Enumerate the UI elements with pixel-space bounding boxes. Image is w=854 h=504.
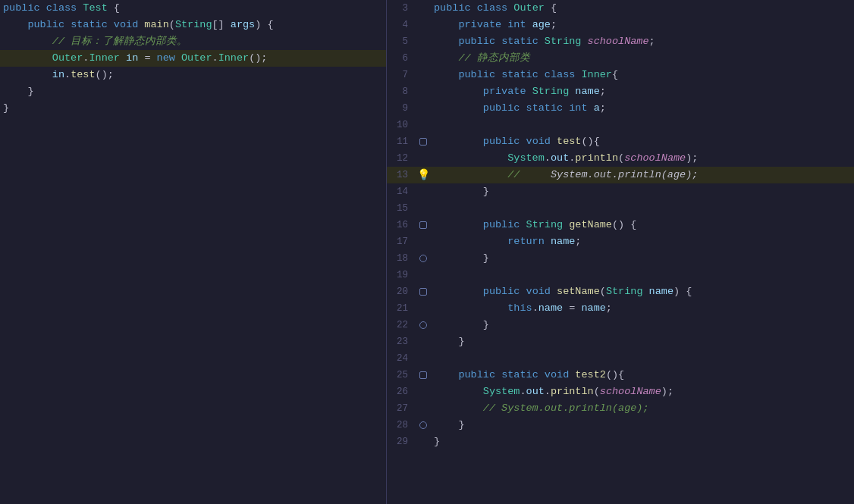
code-line-18: 18 } bbox=[387, 250, 854, 267]
code-line-22: 22 } bbox=[387, 317, 854, 333]
line-number: 17 bbox=[387, 233, 416, 250]
line-number: 20 bbox=[387, 283, 416, 300]
code-line-left-7: } bbox=[0, 100, 386, 117]
editor-pane: public class Test { public static void m… bbox=[0, 0, 854, 504]
line-number: 8 bbox=[387, 83, 416, 100]
line-number: 3 bbox=[387, 0, 416, 17]
line-number: 26 bbox=[387, 383, 416, 400]
line-number: 29 bbox=[387, 434, 416, 450]
circle-icon bbox=[419, 321, 427, 329]
code-line-23: 23 } bbox=[387, 333, 854, 350]
gutter-28 bbox=[416, 421, 431, 429]
line-number: 5 bbox=[387, 33, 416, 50]
left-pane: public class Test { public static void m… bbox=[0, 0, 387, 504]
code-line-12: 12 System.out.println(schoolName); bbox=[387, 150, 854, 167]
code-line-4: 4 private int age; bbox=[387, 17, 854, 33]
code-text: } bbox=[0, 83, 386, 100]
code-line-15: 15 bbox=[387, 200, 854, 217]
code-text: public void setName(String name) { bbox=[431, 283, 854, 300]
code-text: } bbox=[431, 317, 854, 333]
line-number: 13 bbox=[387, 167, 416, 183]
code-line-28: 28 } bbox=[387, 417, 854, 434]
code-text: } bbox=[431, 333, 854, 350]
line-number: 22 bbox=[387, 317, 416, 333]
code-text: // 目标：了解静态内部类。 bbox=[0, 33, 386, 50]
code-text: // System.out.println(age); bbox=[431, 167, 854, 183]
left-code-container: public class Test { public static void m… bbox=[0, 0, 386, 117]
line-number: 24 bbox=[387, 350, 416, 367]
code-line-10: 10 bbox=[387, 117, 854, 133]
code-line-20: 20 public void setName(String name) { bbox=[387, 283, 854, 300]
gutter-22 bbox=[416, 321, 431, 329]
code-line-left-4: Outer.Inner in = new Outer.Inner(); bbox=[0, 50, 386, 67]
code-line-17: 17 return name; bbox=[387, 233, 854, 250]
code-line-5: 5 public static String schoolName; bbox=[387, 33, 854, 50]
code-text: // 静态内部类 bbox=[431, 50, 854, 67]
line-number: 27 bbox=[387, 400, 416, 417]
code-text: public static class Inner{ bbox=[431, 67, 854, 83]
gutter-11 bbox=[416, 138, 431, 146]
code-text: public void test(){ bbox=[431, 133, 854, 150]
code-text: } bbox=[431, 250, 854, 267]
code-text: Outer.Inner in = new Outer.Inner(); bbox=[0, 50, 386, 67]
right-code-container: 3 public class Outer { 4 private int age… bbox=[387, 0, 854, 450]
lightbulb-icon[interactable]: 💡 bbox=[419, 171, 428, 180]
line-number: 25 bbox=[387, 367, 416, 383]
code-text: System.out.println(schoolName); bbox=[431, 383, 854, 400]
code-line-16: 16 public String getName() { bbox=[387, 217, 854, 233]
line-number: 21 bbox=[387, 300, 416, 317]
code-line-9: 9 public static int a; bbox=[387, 100, 854, 117]
code-text: } bbox=[431, 183, 854, 200]
circle-icon bbox=[419, 255, 427, 262]
code-text: // System.out.println(age); bbox=[431, 400, 854, 417]
code-text: private int age; bbox=[431, 17, 854, 33]
line-number: 7 bbox=[387, 67, 416, 83]
line-number: 18 bbox=[387, 250, 416, 267]
code-line-11: 11 public void test(){ bbox=[387, 133, 854, 150]
code-line-14: 14 } bbox=[387, 183, 854, 200]
line-number: 12 bbox=[387, 150, 416, 167]
line-number: 15 bbox=[387, 200, 416, 217]
gutter-13: 💡 bbox=[416, 171, 431, 180]
code-line-29: 29 } bbox=[387, 434, 854, 450]
code-line-left-3: // 目标：了解静态内部类。 bbox=[0, 33, 386, 50]
code-text: public class Test { bbox=[0, 0, 386, 17]
code-line-8: 8 private String name; bbox=[387, 83, 854, 100]
line-number: 28 bbox=[387, 417, 416, 434]
code-line-3: 3 public class Outer { bbox=[387, 0, 854, 17]
circle-icon bbox=[419, 421, 427, 429]
code-line-left-2: public static void main(String[] args) { bbox=[0, 17, 386, 33]
code-line-left-6: } bbox=[0, 83, 386, 100]
code-line-left-1: public class Test { bbox=[0, 0, 386, 17]
line-number: 19 bbox=[387, 267, 416, 283]
line-number: 14 bbox=[387, 183, 416, 200]
gutter-25 bbox=[416, 371, 431, 379]
line-number: 16 bbox=[387, 217, 416, 233]
code-text: this.name = name; bbox=[431, 300, 854, 317]
gutter-16 bbox=[416, 221, 431, 229]
code-line-6: 6 // 静态内部类 bbox=[387, 50, 854, 67]
code-text: public static int a; bbox=[431, 100, 854, 117]
code-line-21: 21 this.name = name; bbox=[387, 300, 854, 317]
code-text: } bbox=[431, 434, 854, 450]
code-text: System.out.println(schoolName); bbox=[431, 150, 854, 167]
code-line-left-5: in.test(); bbox=[0, 67, 386, 83]
line-number: 10 bbox=[387, 117, 416, 133]
code-line-26: 26 System.out.println(schoolName); bbox=[387, 383, 854, 400]
bookmark-icon bbox=[419, 138, 427, 146]
code-text: public static String schoolName; bbox=[431, 33, 854, 50]
line-number: 23 bbox=[387, 333, 416, 350]
code-line-19: 19 bbox=[387, 267, 854, 283]
code-text: private String name; bbox=[431, 83, 854, 100]
gutter-18 bbox=[416, 255, 431, 262]
line-number: 11 bbox=[387, 133, 416, 150]
bookmark-icon bbox=[419, 221, 427, 229]
code-text: } bbox=[431, 417, 854, 434]
code-line-13: 13 💡 // System.out.println(age); bbox=[387, 167, 854, 183]
bookmark-icon bbox=[419, 288, 427, 296]
code-line-7: 7 public static class Inner{ bbox=[387, 67, 854, 83]
code-text: public class Outer { bbox=[431, 0, 854, 17]
code-text: in.test(); bbox=[0, 67, 386, 83]
code-line-27: 27 // System.out.println(age); bbox=[387, 400, 854, 417]
code-text: public String getName() { bbox=[431, 217, 854, 233]
